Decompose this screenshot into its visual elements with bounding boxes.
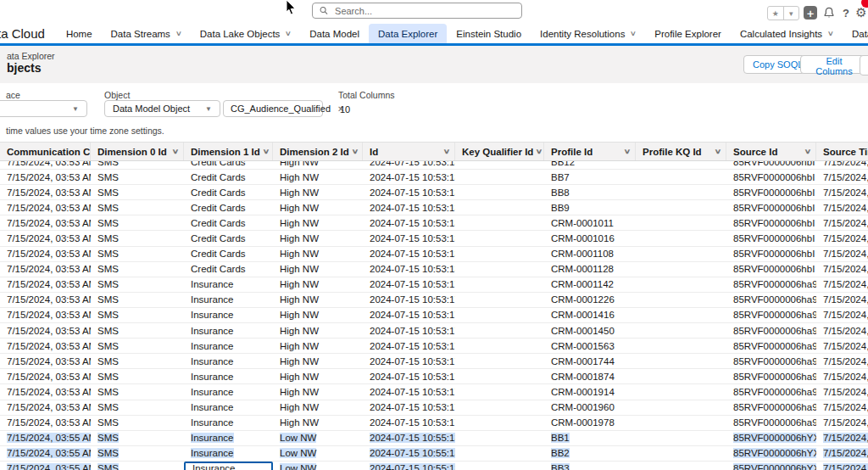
column-menu-chevron-icon[interactable]: ∨ [351,148,359,155]
table-cell[interactable]: 7/15/2024, 03:53 AM [0,354,91,368]
table-cell[interactable]: High NW [273,308,363,322]
column-menu-chevron-icon[interactable]: ∨ [804,148,812,155]
edit-columns-button[interactable]: Edit Columns [800,55,868,74]
nav-tab-home[interactable]: Home [57,24,102,43]
table-cell[interactable]: 85RVF0000006ha9 [726,384,816,399]
table-cell[interactable]: 2024-07-15 10:53:13CRM... [363,215,455,230]
table-cell[interactable]: Insurance [184,277,273,292]
favorites-dropdown-icon[interactable]: ▾ [783,7,799,20]
column-header-dimension-2-id[interactable]: Dimension 2 Id∨ [273,143,363,160]
table-cell[interactable]: SMS [91,323,184,338]
table-cell[interactable]: High NW [273,215,363,230]
favorite-star-icon[interactable]: ★ [768,7,783,20]
object-type-select[interactable]: Data Model Object ▼ [104,100,220,117]
table-cell[interactable]: Credit Cards [184,262,273,277]
table-cell[interactable]: SMS [91,369,184,383]
table-cell[interactable]: High NW [273,247,363,261]
table-cell[interactable]: Insurance [184,323,273,338]
help-icon[interactable]: ? [839,6,853,20]
table-cell[interactable] [636,277,726,292]
table-cell[interactable]: 7/15/2024, 03:53 AM [0,308,91,322]
table-cell[interactable]: 7/15/2024, 03:53 AM [0,384,91,399]
table-cell[interactable]: High NW [273,185,363,199]
table-cell[interactable]: SMS [91,462,184,470]
table-cell[interactable]: 85RVF0000006hYX [726,446,816,461]
table-cell[interactable] [455,277,544,292]
table-cell[interactable]: High NW [273,384,363,399]
table-cell[interactable] [455,354,544,368]
table-cell[interactable] [455,462,544,470]
column-menu-chevron-icon[interactable]: ∨ [172,148,180,155]
table-cell[interactable] [636,293,726,307]
table-cell[interactable]: 7/15/2024, 03:53 AM [0,293,91,307]
table-cell[interactable]: 85RVF0000006hbI [726,247,816,261]
table-cell[interactable]: High NW [273,339,363,353]
table-cell[interactable]: High NW [273,200,363,215]
table-cell[interactable]: 7/15/2024, 03:... [816,384,868,399]
table-cell[interactable]: 7/15/2024, 03:... [816,354,868,368]
nav-tab-profile-explorer[interactable]: Profile Explorer [645,24,731,43]
table-cell[interactable]: 2024-07-15 10:53:17CRM... [363,384,455,399]
table-cell[interactable]: Insurance [184,416,273,430]
table-cell[interactable]: SMS [91,308,184,322]
nav-tab-data-streams[interactable]: Data Streams∨ [102,24,191,43]
object-tag[interactable]: CG_Audience_Qualified ✕ [223,100,323,117]
table-cell[interactable]: CRM-0001016 [544,231,636,245]
table-cell[interactable]: 7/15/2024, 03:... [816,462,868,470]
table-cell[interactable]: 7/15/2024, 03:53 AM [0,215,91,230]
table-cell[interactable]: 7/15/2024, 03:53 AM [0,369,91,383]
table-cell[interactable]: Credit Cards [184,247,273,261]
data-space-select[interactable]: ▼ [0,100,87,117]
table-cell[interactable]: CRM-0001416 [544,308,636,322]
table-cell[interactable] [455,369,544,383]
table-cell[interactable]: 2024-07-15 10:55:13BB1... [363,431,455,445]
table-cell[interactable]: 85RVF0000006ha9 [726,339,816,353]
table-cell[interactable]: 7/15/2024, 03:... [816,308,868,322]
setup-gear-icon[interactable]: ⚙ [854,6,868,20]
table-cell[interactable]: SMS [91,446,184,461]
table-cell[interactable]: 7/15/2024, 03:... [816,262,868,277]
table-cell[interactable]: 2024-07-15 10:53:17CRM... [363,308,455,322]
table-cell[interactable] [636,369,726,383]
table-cell[interactable]: 7/15/2024, 03:... [816,200,868,215]
table-cell[interactable] [455,262,544,277]
table-cell[interactable] [636,416,726,430]
table-cell[interactable]: 85RVF0000006hYX [726,462,816,470]
table-cell[interactable]: 7/15/2024, 03:53 AM [0,262,91,277]
table-cell[interactable]: 2024-07-15 10:53:17CRM... [363,293,455,307]
table-cell[interactable]: High NW [273,262,363,277]
table-cell[interactable]: 7/15/2024, 03:53 AM [0,170,91,184]
column-header-dimension-0-id[interactable]: Dimension 0 Id∨ [91,143,184,160]
column-menu-chevron-icon[interactable]: ∨ [262,148,270,155]
table-cell[interactable]: 2024-07-15 10:53:13BB8... [363,185,455,199]
table-cell[interactable]: 85RVF0000006hbI [726,231,816,245]
nav-tab-data-action-targets[interactable]: Data Action Targets∨ [843,24,868,43]
table-cell[interactable]: SMS [91,231,184,245]
table-cell[interactable]: SMS [91,277,184,292]
table-cell[interactable] [455,400,544,415]
table-cell[interactable]: BB3 [544,462,636,470]
table-cell[interactable]: 7/15/2024, 03:55 AM [0,431,91,445]
column-header-dimension-1-id[interactable]: Dimension 1 Id∨ [184,143,273,160]
table-cell[interactable]: 7/15/2024, 03:53 AM [0,247,91,261]
table-cell[interactable]: Insurance [184,339,273,353]
table-cell[interactable]: 85RVF0000006hbI [726,262,816,277]
table-cell[interactable]: SMS [91,262,184,277]
table-cell[interactable] [455,431,544,445]
table-cell[interactable]: CRM-0001108 [544,247,636,261]
table-cell[interactable] [636,400,726,415]
table-cell[interactable]: 2024-07-15 10:53:17CRM... [363,416,455,430]
table-cell[interactable]: 7/15/2024, 03:... [816,431,868,445]
table-cell[interactable]: CRM-0001960 [544,400,636,415]
table-cell[interactable]: 7/15/2024, 03:... [816,247,868,261]
table-cell[interactable]: Low NW [273,431,363,445]
table-cell[interactable] [455,215,544,230]
nav-tab-data-lake-objects[interactable]: Data Lake Objects∨ [191,24,300,43]
nav-tab-einstein-studio[interactable]: Einstein Studio [447,24,531,43]
table-cell[interactable]: Credit Cards [184,200,273,215]
table-cell[interactable] [636,215,726,230]
table-cell[interactable]: 85RVF0000006ha9 [726,369,816,383]
table-cell[interactable] [455,231,544,245]
table-cell[interactable]: Credit Cards [184,215,273,230]
table-cell[interactable]: 2024-07-15 10:53:17CRM... [363,354,455,368]
